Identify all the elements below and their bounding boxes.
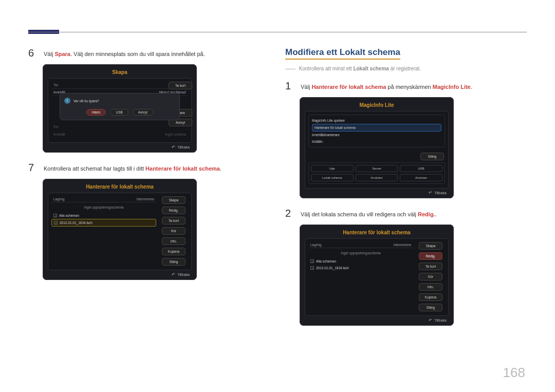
return-icon: ↶ — [429, 318, 432, 323]
schema-file-row[interactable]: ✓ 2012.01.01_1834.lsch — [308, 265, 413, 271]
t: Välj — [301, 84, 311, 90]
device-hanterare-left: Hanterare för lokalt schema Lagring Inte… — [43, 179, 197, 280]
back-row[interactable]: ↶ Tillbaka — [305, 316, 449, 324]
kor-button[interactable]: Kör — [162, 227, 186, 235]
step-1: 1 Välj Hanterare för lokalt schema på me… — [285, 80, 527, 92]
device-magicinfo: MagicInfo Lite MagicInfo Lite-spelare Ha… — [300, 97, 454, 198]
cell-ansluten-1: Ansluten — [356, 174, 398, 181]
left-pane: Lagring Internminne Inget uppspelningssc… — [51, 196, 156, 266]
info-button[interactable]: Info. — [162, 237, 186, 245]
label: Alla scheman — [316, 259, 336, 263]
info-button[interactable]: Info. — [419, 283, 442, 291]
save-dialog: i Var vill du spara? Intern USB Avbryt — [60, 93, 180, 120]
skapa-button[interactable]: Skapa — [419, 242, 442, 250]
col-lagring: Lagring — [310, 243, 322, 247]
left-pane: Lagring Internminne Inget uppspelningssc… — [308, 242, 413, 311]
right-pane: Skapa Redig. Ta bort Kör Info. Kopiera S… — [416, 242, 445, 311]
stang-row: Stäng — [308, 151, 445, 162]
faded-row-2: Innehåll Ingen schema — [51, 130, 188, 138]
empty-msg: Inget uppspelningsschema — [308, 248, 413, 258]
schema-file-row[interactable]: ✓ 2012.01.01_1834.lsch — [51, 219, 156, 227]
skapa-button[interactable]: Skapa — [162, 196, 186, 204]
back-row[interactable]: ↶ Tillbaka — [48, 270, 192, 278]
note: Kontrollera att minst ett Lokalt schema … — [285, 65, 527, 73]
usb-button[interactable]: USB — [110, 109, 128, 116]
kopiera-button[interactable]: Kopiera — [162, 248, 186, 255]
col-intern: Internminne — [394, 243, 411, 247]
right-pane: Skapa Redig. Ta bort Kör Info. Kopiera S… — [159, 196, 188, 266]
back-label: Tillbaka — [434, 191, 447, 195]
label: Dur — [53, 125, 59, 128]
spara-ref: Spara — [54, 51, 70, 57]
dialog-buttons: Intern USB Avbryt — [64, 109, 175, 116]
hant-ref: Hanterare för lokalt schema — [311, 84, 386, 90]
menu-item-installn[interactable]: Inställn. — [312, 138, 441, 145]
tabort-button[interactable]: Ta bort — [162, 217, 186, 225]
row-tid: Tid — [51, 82, 188, 89]
device-title: MagicInfo Lite — [305, 102, 449, 108]
back-label: Tillbaka — [177, 273, 190, 276]
stang-button[interactable]: Stäng — [419, 304, 442, 311]
menu-item-hanterare[interactable]: Hanterare för lokalt schema — [312, 124, 441, 132]
faded-row-1: Dur — [51, 123, 188, 130]
device-body: Lagring Internminne Inget uppspelningssc… — [305, 238, 449, 316]
device-body: MagicInfo Lite-spelare Hanterare för lok… — [305, 111, 449, 189]
info-icon: i — [64, 98, 70, 104]
stang-button[interactable]: Stäng — [162, 258, 186, 266]
checkbox-icon: ✓ — [53, 214, 57, 217]
lokalt-ref: Lokalt schema — [353, 66, 388, 71]
menu-item-innehall[interactable]: Innehållshanterare — [312, 132, 441, 138]
stang-button[interactable]: Stäng — [420, 153, 444, 160]
cell-usb: USB — [400, 165, 442, 172]
cell-server: Server — [356, 165, 398, 172]
checkbox-icon: ✓ — [310, 266, 314, 270]
menu-box: MagicInfo Lite-spelare Hanterare för lok… — [308, 115, 445, 147]
tabort-button[interactable]: Ta bort — [419, 263, 442, 270]
cell-utje: Utje — [311, 165, 354, 172]
back-label: Tillbaka — [434, 319, 447, 322]
redig-button[interactable]: Redig. — [419, 252, 442, 260]
status-grid: Utje Server USB Lokalt schema Ansluten A… — [308, 162, 445, 184]
step-text: Välj Hanterare för lokalt schema på meny… — [301, 80, 472, 92]
return-icon: ↶ — [429, 191, 432, 195]
menu-item-player[interactable]: MagicInfo Lite-spelare — [312, 117, 441, 124]
kopiera-button[interactable]: Kopiera — [419, 293, 442, 301]
dash-icon — [285, 69, 295, 69]
kor-button[interactable]: Kör — [419, 273, 442, 281]
device-title: Hanterare för lokalt schema — [48, 184, 192, 190]
cell-ansluten-2: Ansluten — [400, 174, 442, 181]
device-body: Lagring Internminne Inget uppspelningssc… — [48, 193, 192, 270]
t: . — [435, 211, 437, 217]
step-7: 7 Kontrollera att schemat har lagts till… — [28, 162, 270, 174]
t: Kontrollera att minst ett — [299, 66, 354, 71]
list-head: Lagring Internminne — [308, 242, 413, 248]
alla-scheman-row[interactable]: ✓ Alla scheman — [51, 212, 156, 219]
intern-button[interactable]: Intern — [86, 109, 106, 116]
avbryt-button[interactable]: Avbryt — [133, 109, 153, 116]
device-title: Hanterare för lokalt schema — [305, 230, 449, 235]
redig-button[interactable]: Redig. — [162, 207, 186, 214]
page-number: 168 — [503, 365, 525, 381]
tabort-button[interactable]: Ta bort — [169, 82, 192, 89]
label: Tid — [53, 83, 58, 87]
checkbox-icon: ✓ — [54, 221, 58, 225]
t: på menyskärmen — [386, 84, 432, 90]
return-icon: ↶ — [172, 145, 175, 150]
empty-msg: Inget uppspelningsschema — [51, 202, 156, 212]
col-lagring: Lagring — [53, 197, 65, 201]
col-intern: Internminne — [137, 197, 154, 201]
back-row[interactable]: ↶ Tillbaka — [48, 143, 192, 151]
step-number: 7 — [28, 162, 38, 174]
step-6: 6 Välj Spara. Välj den minnesplats som d… — [28, 47, 270, 59]
alla-scheman-row[interactable]: ✓ Alla scheman — [308, 258, 413, 265]
t: Välj det lokala schema du vill redigera … — [301, 211, 418, 217]
filename: 2012.01.01_1834.lsch — [316, 266, 349, 270]
device-body: Tid Innehåll Menu1.jpg,Menu2 Ta bort Spa… — [48, 78, 192, 143]
back-row[interactable]: ↶ Tillbaka — [305, 189, 449, 196]
device-title: Skapa — [48, 69, 192, 75]
section-heading: Modifiera ett Lokalt schema — [285, 47, 400, 60]
left-column: 6 Välj Spara. Välj den minnesplats som d… — [28, 47, 270, 289]
step-text: Kontrollera att schemat har lagts till i… — [44, 162, 221, 174]
t: . — [220, 165, 221, 172]
return-icon: ↶ — [172, 272, 175, 277]
